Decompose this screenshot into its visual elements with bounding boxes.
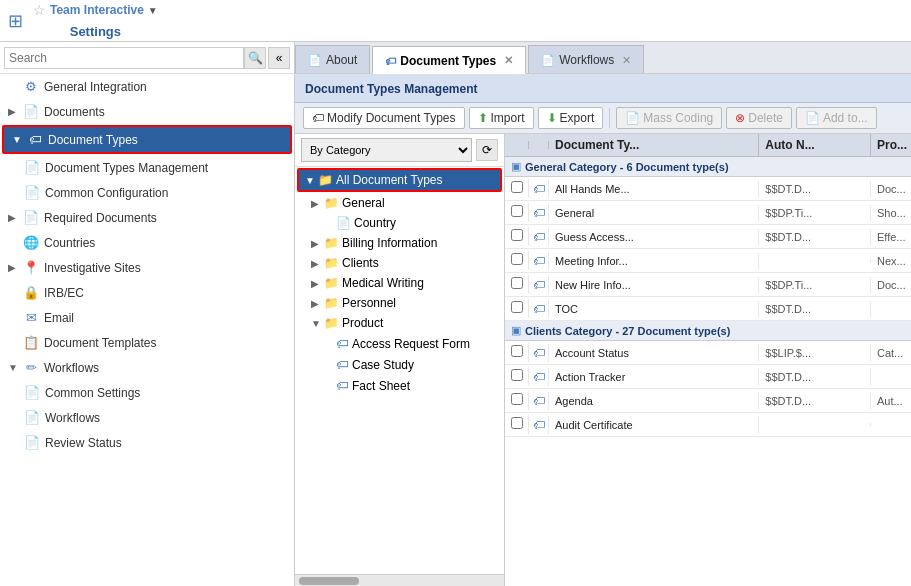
sidebar: 🔍 « ⚙ General Integration ▶ 📄 Documents … (0, 42, 295, 586)
tree-item-label: Clients (342, 256, 379, 270)
tree-item-label: All Document Types (336, 173, 443, 187)
row-checkbox[interactable] (505, 275, 529, 294)
row-checkbox[interactable] (505, 299, 529, 318)
sidebar-item-general-integration[interactable]: ⚙ General Integration (0, 74, 294, 99)
tree-item-access-request[interactable]: 🏷 Access Request Form (295, 333, 504, 354)
row-checkbox[interactable] (505, 227, 529, 246)
search-input[interactable] (4, 47, 244, 69)
tree-item-billing-info[interactable]: ▶ 📁 Billing Information (295, 233, 504, 253)
sidebar-item-label: Countries (44, 236, 95, 250)
tree-refresh-button[interactable]: ⟳ (476, 139, 498, 161)
sidebar-item-workflows[interactable]: ▼ ✏ Workflows (0, 355, 294, 380)
expand-icon: ▼ (8, 362, 18, 373)
export-label: Export (560, 111, 595, 125)
sidebar-item-countries[interactable]: 🌐 Countries (0, 230, 294, 255)
mass-coding-icon: 📄 (625, 111, 640, 125)
tab-about[interactable]: 📄 About (295, 45, 370, 73)
row-tag-icon: 🏷 (529, 252, 549, 270)
modify-icon: 🏷 (312, 111, 324, 125)
sidebar-item-common-config[interactable]: 📄 Common Configuration (0, 180, 294, 205)
row-checkbox[interactable] (505, 391, 529, 410)
tab-document-types[interactable]: 🏷 Document Types ✕ (372, 46, 526, 74)
row-checkbox[interactable] (505, 367, 529, 386)
table-row: 🏷 General $$DP.Ti... Sho... (505, 201, 911, 225)
tree-item-fact-sheet[interactable]: 🏷 Fact Sheet (295, 375, 504, 396)
sidebar-item-document-types[interactable]: ▼ 🏷 Document Types (2, 125, 292, 154)
tree-item-clients[interactable]: ▶ 📁 Clients (295, 253, 504, 273)
row-checkbox[interactable] (505, 203, 529, 222)
mass-coding-label: Mass Coding (643, 111, 713, 125)
row-auto: $$DT.D... (759, 301, 871, 317)
tree-expand-icon: ▶ (311, 258, 321, 269)
row-tag-icon: 🏷 (529, 180, 549, 198)
row-tag-icon: 🏷 (529, 368, 549, 386)
modify-document-types-button[interactable]: 🏷 Modify Document Types (303, 107, 465, 129)
export-icon: ⬇ (547, 111, 557, 125)
sidebar-item-label: IRB/EC (44, 286, 84, 300)
expand-icon: ▶ (8, 262, 18, 273)
top-bar: ⊞ ☆ Team Interactive ▼ Settings (0, 0, 911, 42)
table-row: 🏷 TOC $$DT.D... (505, 297, 911, 321)
tree-expand-icon: ▶ (311, 198, 321, 209)
tab-label: Document Types (400, 54, 496, 68)
row-doc-name: Agenda (549, 393, 759, 409)
sidebar-item-email[interactable]: ✉ Email (0, 305, 294, 330)
sidebar-item-document-types-mgmt[interactable]: 📄 Document Types Management (0, 155, 294, 180)
sidebar-item-investigative-sites[interactable]: ▶ 📍 Investigative Sites (0, 255, 294, 280)
delete-button[interactable]: ⊗ Delete (726, 107, 792, 129)
dropdown-arrow-icon[interactable]: ▼ (148, 5, 158, 16)
row-checkbox[interactable] (505, 251, 529, 270)
row-pro: Cat... (871, 345, 911, 361)
tree-item-label: Country (354, 216, 396, 230)
sidebar-item-common-settings[interactable]: 📄 Common Settings (0, 380, 294, 405)
tree-item-all-doc-types[interactable]: ▼ 📁 All Document Types (297, 168, 502, 192)
tree-scrollbar[interactable] (295, 574, 504, 586)
export-button[interactable]: ⬇ Export (538, 107, 604, 129)
sidebar-item-label: Document Types (48, 133, 138, 147)
tree-items: ▼ 📁 All Document Types ▶ 📁 General 📄 (295, 167, 504, 574)
tree-filter-select[interactable]: By Category (301, 138, 472, 162)
sidebar-item-required-docs[interactable]: ▶ 📄 Required Documents (0, 205, 294, 230)
sidebar-item-document-templates[interactable]: 📋 Document Templates (0, 330, 294, 355)
sidebar-item-review-status[interactable]: 📄 Review Status (0, 430, 294, 455)
tree-item-general[interactable]: ▶ 📁 General (295, 193, 504, 213)
mass-coding-button[interactable]: 📄 Mass Coding (616, 107, 722, 129)
tree-item-country[interactable]: 📄 Country (295, 213, 504, 233)
add-to-button[interactable]: 📄 Add to... (796, 107, 877, 129)
sidebar-item-irb-ec[interactable]: 🔒 IRB/EC (0, 280, 294, 305)
tree-item-label: Fact Sheet (352, 379, 410, 393)
tab-close-icon[interactable]: ✕ (504, 54, 513, 67)
folder-icon: 📁 (324, 236, 339, 250)
import-button[interactable]: ⬆ Import (469, 107, 534, 129)
category-label: Clients Category - 27 Document type(s) (525, 325, 730, 337)
folder-icon: 📁 (324, 296, 339, 310)
sidebar-item-workflows-sub[interactable]: 📄 Workflows (0, 405, 294, 430)
row-checkbox[interactable] (505, 343, 529, 362)
sidebar-item-documents[interactable]: ▶ 📄 Documents (0, 99, 294, 124)
sidebar-search-row: 🔍 « (0, 42, 294, 74)
tree-item-product[interactable]: ▼ 📁 Product (295, 313, 504, 333)
sidebar-item-label: General Integration (44, 80, 147, 94)
doc-types-tab-icon: 🏷 (385, 55, 396, 67)
tab-close-workflows-icon[interactable]: ✕ (622, 54, 631, 67)
sidebar-item-label: Workflows (44, 361, 99, 375)
star-icon[interactable]: ☆ (33, 2, 46, 18)
check-col-header (505, 141, 529, 149)
grid-icon[interactable]: ⊞ (8, 10, 23, 32)
toolbar: 🏷 Modify Document Types ⬆ Import ⬇ Expor… (295, 103, 911, 134)
scrollbar-thumb[interactable] (299, 577, 359, 585)
tree-item-medical-writing[interactable]: ▶ 📁 Medical Writing (295, 273, 504, 293)
row-auto: $$DP.Ti... (759, 205, 871, 221)
row-checkbox[interactable] (505, 415, 529, 434)
row-doc-name: Meeting Infor... (549, 253, 759, 269)
search-button[interactable]: 🔍 (244, 47, 266, 69)
tab-workflows[interactable]: 📄 Workflows ✕ (528, 45, 644, 73)
tree-item-label: Billing Information (342, 236, 437, 250)
row-tag-icon: 🏷 (529, 392, 549, 410)
row-tag-icon: 🏷 (529, 300, 549, 318)
delete-label: Delete (748, 111, 783, 125)
tree-item-personnel[interactable]: ▶ 📁 Personnel (295, 293, 504, 313)
collapse-button[interactable]: « (268, 47, 290, 69)
tree-item-case-study[interactable]: 🏷 Case Study (295, 354, 504, 375)
row-checkbox[interactable] (505, 179, 529, 198)
